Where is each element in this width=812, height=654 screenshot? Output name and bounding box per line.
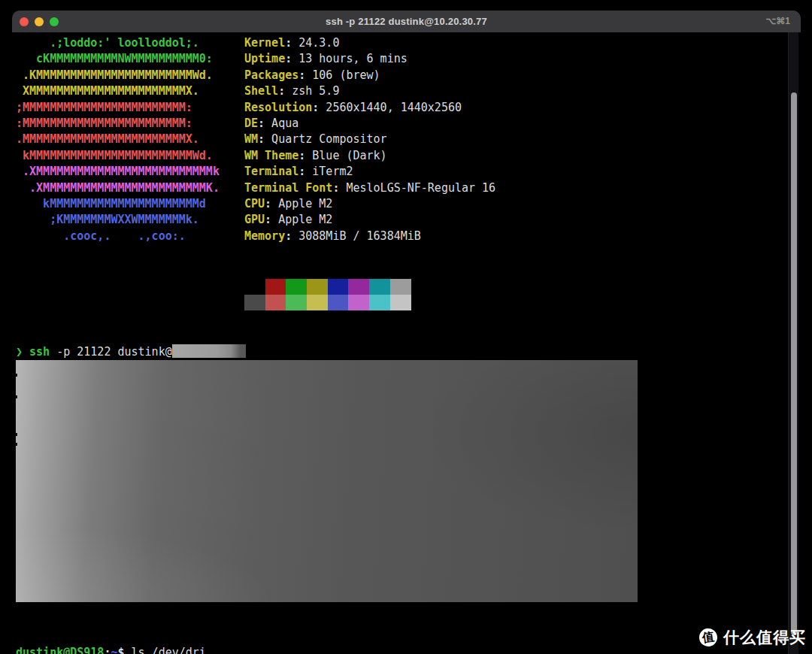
info-label: Terminal Font: [244, 181, 332, 195]
info-separator: :: [298, 68, 305, 82]
ssh-command-line: ❯ ssh -p 21122 dustink@: [16, 344, 246, 360]
ascii-art-line: XMMMMMMMMMMMMMMMMMMMMMMMX.: [16, 84, 199, 98]
info-separator: :: [298, 165, 305, 178]
info-label: WM: [244, 132, 258, 146]
info-value: MesloLGS-NF-Regular 16: [339, 181, 495, 195]
terminal-window: ssh -p 21122 dustink@10.20.30.77 ⌥⌘1 .;l…: [12, 11, 801, 654]
info-label: Terminal: [244, 165, 298, 178]
ascii-art-line: ;MMMMMMMMMMMMMMMMMMMMMMMM:: [16, 101, 192, 114]
info-label: DE: [244, 117, 258, 130]
info-separator: :: [258, 117, 265, 130]
prompt-user-host: dustink@DS918: [16, 646, 104, 654]
color-swatch: [307, 295, 328, 310]
info-label: Kernel: [244, 36, 285, 50]
info-separator: :: [258, 132, 265, 146]
ascii-art-line: .XMMMMMMMMMMMMMMMMMMMMMMMMMMk: [16, 165, 220, 178]
redacted-screenshot-region: [16, 360, 638, 602]
color-swatch: [369, 295, 390, 310]
ssh-command-args: -p 21122 dustink@: [50, 345, 172, 359]
typed-command: ls /dev/dri: [132, 646, 206, 654]
scrollbar-thumb[interactable]: [791, 92, 797, 635]
info-separator: :: [265, 213, 271, 226]
info-value: Blue (Dark): [305, 149, 386, 162]
info-separator: :: [285, 229, 292, 243]
info-value: Aqua: [265, 117, 298, 130]
color-swatch: [244, 279, 265, 295]
info-value: 3088MiB / 16384MiB: [292, 229, 421, 243]
window-title: ssh -p 21122 dustink@10.20.30.77: [12, 16, 801, 27]
info-separator: :: [278, 84, 285, 98]
ascii-art-line: kMMMMMMMMMMMMMMMMMMMMMMd: [16, 197, 206, 210]
blur-edge-artifact: [15, 433, 17, 436]
info-label: WM Theme: [244, 149, 298, 162]
info-value: Apple M2: [271, 213, 332, 226]
smzdm-watermark-text: 什么值得买: [723, 627, 806, 648]
info-label: Shell: [244, 84, 278, 98]
ascii-art-line: cKMMMMMMMMMMNWMMMMMMMMMM0:: [16, 52, 213, 65]
info-label: Memory: [244, 229, 285, 243]
ascii-art-line: kMMMMMMMMMMMMMMMMMMMMMMMMWd.: [16, 149, 213, 162]
info-value: 13 hours, 6 mins: [292, 52, 408, 65]
color-swatch: [348, 279, 369, 295]
blur-edge-artifact: [15, 443, 17, 446]
info-value: Quartz Compositor: [265, 132, 387, 146]
shell-prompt-arrow: ❯: [16, 345, 23, 359]
color-swatch: [369, 279, 390, 295]
info-value: 106 (brew): [305, 68, 380, 82]
smzdm-watermark: 值 什么值得买: [699, 627, 806, 648]
color-swatch: [307, 279, 328, 295]
info-separator: :: [265, 197, 271, 210]
shell-line-command: dustink@DS918:~$ ls /dev/dri: [16, 645, 206, 654]
ascii-art-line: .XMMMMMMMMMMMMMMMMMMMMMMMMK.: [16, 181, 220, 195]
color-swatch: [286, 279, 307, 295]
neofetch-sysinfo: Kernel: 24.3.0 Uptime: 13 hours, 6 mins …: [244, 35, 495, 244]
tab-shortcut-label: ⌥⌘1: [765, 11, 790, 32]
info-label: CPU: [244, 197, 265, 210]
info-label: Packages: [244, 68, 298, 82]
ascii-art-line: .cooc,. .,coo:.: [16, 229, 186, 243]
shell-session: dustink@DS918:~$ ls /dev/dri by-path car…: [16, 613, 206, 654]
info-separator: :: [312, 101, 319, 114]
neofetch-color-palette: [244, 279, 411, 310]
color-swatch: [328, 295, 349, 310]
ascii-art-line: .MMMMMMMMMMMMMMMMMMMMMMMMX.: [16, 132, 199, 146]
info-separator: :: [298, 149, 305, 162]
info-value: Apple M2: [271, 197, 332, 210]
ssh-command: ssh: [29, 345, 50, 359]
color-swatch: [286, 295, 307, 310]
window-titlebar[interactable]: ssh -p 21122 dustink@10.20.30.77 ⌥⌘1: [12, 11, 801, 32]
color-swatch: [348, 295, 369, 310]
color-swatch: [390, 295, 411, 310]
color-swatch: [265, 279, 286, 295]
scrollbar-track[interactable]: [788, 32, 798, 654]
ascii-art-line: .KMMMMMMMMMMMMMMMMMMMMMMMWd.: [16, 68, 213, 82]
info-value: zsh 5.9: [285, 84, 339, 98]
info-label: Resolution: [244, 101, 312, 114]
ascii-art-line: .;loddo:' loolloddol;.: [16, 36, 199, 50]
ascii-art-line: :MMMMMMMMMMMMMMMMMMMMMMMM:: [16, 117, 192, 130]
terminal-content[interactable]: .;loddo:' loolloddol;. cKMMMMMMMMMMNWMMM…: [12, 32, 801, 654]
color-swatch: [328, 279, 349, 295]
blur-edge-artifact: [15, 374, 17, 377]
info-value: iTerm2: [305, 165, 353, 178]
info-separator: :: [285, 52, 292, 65]
color-swatch: [265, 295, 286, 310]
desktop: { "window": { "title": "ssh -p 21122 dus…: [0, 0, 812, 654]
color-swatch: [390, 279, 411, 295]
info-label: Uptime: [244, 52, 285, 65]
info-label: GPU: [244, 213, 265, 226]
palette-row-1: [244, 279, 411, 295]
color-swatch: [244, 295, 265, 310]
smzdm-logo-icon: 值: [698, 627, 718, 647]
info-value: 2560x1440, 1440x2560: [319, 101, 462, 114]
ascii-art-line: ;KMMMMMMMWXXWMMMMMMMk.: [16, 213, 199, 226]
blur-edge-artifact: [15, 395, 17, 398]
neofetch-ascii-logo: .;loddo:' loolloddol;. cKMMMMMMMMMMNWMMM…: [16, 35, 220, 244]
info-separator: :: [285, 36, 292, 50]
palette-row-2: [244, 295, 411, 310]
info-value: 24.3.0: [292, 36, 339, 50]
redacted-host: [172, 344, 246, 358]
